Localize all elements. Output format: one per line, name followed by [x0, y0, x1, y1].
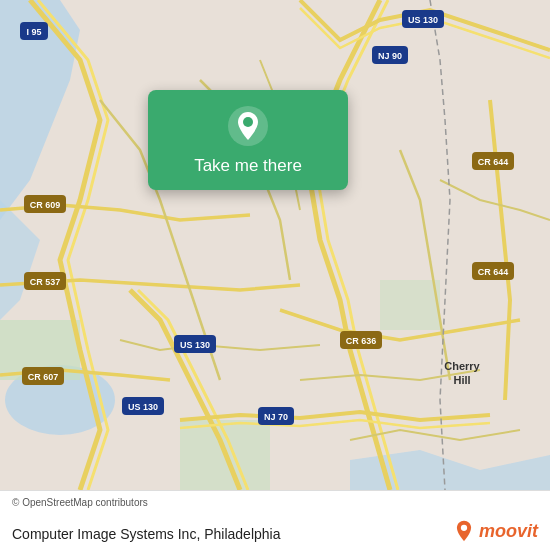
moovit-pin-icon — [453, 520, 475, 542]
svg-text:CR 644: CR 644 — [478, 267, 509, 277]
bottom-bar: © OpenStreetMap contributors Computer Im… — [0, 490, 550, 550]
svg-text:CR 636: CR 636 — [346, 336, 377, 346]
location-pin-icon — [226, 104, 270, 148]
take-me-there-card[interactable]: Take me there — [148, 90, 348, 190]
svg-text:Hill: Hill — [453, 374, 470, 386]
moovit-logo: moovit — [453, 520, 538, 542]
svg-rect-4 — [380, 280, 440, 330]
copyright-text: © OpenStreetMap contributors — [12, 497, 148, 508]
svg-text:Cherry: Cherry — [444, 360, 480, 372]
moovit-wordmark: moovit — [479, 521, 538, 542]
svg-point-34 — [243, 117, 253, 127]
svg-text:I 95: I 95 — [26, 27, 41, 37]
svg-text:CR 537: CR 537 — [30, 277, 61, 287]
location-title: Computer Image Systems Inc, Philadelphia — [12, 526, 280, 542]
svg-text:NJ 90: NJ 90 — [378, 51, 402, 61]
map-container: I 95 US 130 NJ 90 130 CR 644 CR 644 CR 6… — [0, 0, 550, 490]
svg-text:CR 607: CR 607 — [28, 372, 59, 382]
svg-text:US 130: US 130 — [180, 340, 210, 350]
take-me-there-label: Take me there — [194, 156, 302, 176]
svg-text:US 130: US 130 — [408, 15, 438, 25]
svg-text:CR 609: CR 609 — [30, 200, 61, 210]
svg-text:NJ 70: NJ 70 — [264, 412, 288, 422]
svg-point-35 — [461, 525, 467, 531]
svg-text:US 130: US 130 — [128, 402, 158, 412]
svg-text:CR 644: CR 644 — [478, 157, 509, 167]
